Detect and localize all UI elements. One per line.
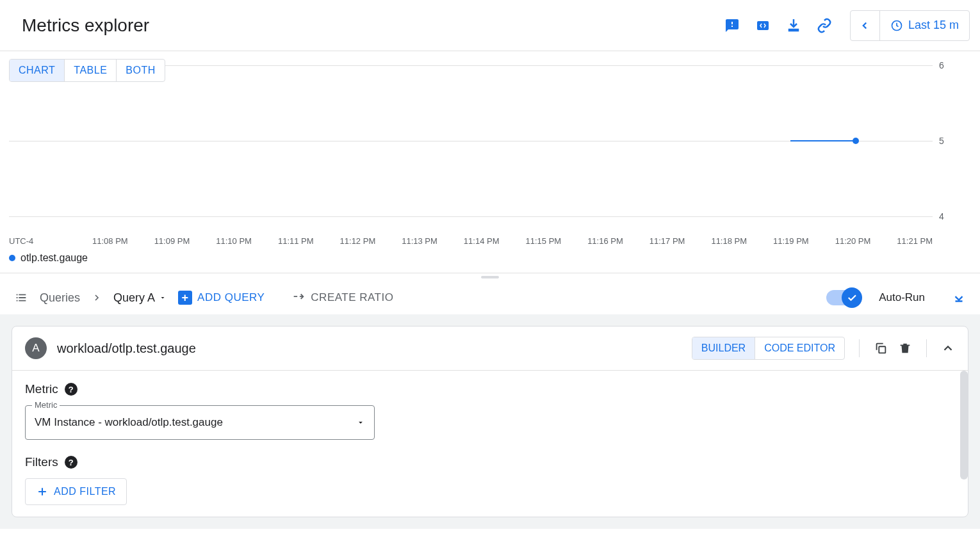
legend: otlp.test.gauge [9,252,971,264]
chart-line [790,140,856,141]
ratio-icon [291,291,306,305]
chart: 6 5 4 UTC-4 11:08 PM 11:09 PM 11:10 PM 1… [9,59,971,251]
y-tick: 5 [939,136,965,146]
x-tick: 11:09 PM [154,236,190,246]
dropdown-icon [159,294,167,302]
metric-value: VM Instance - workload/otlp.test.gauge [35,416,223,429]
header: Metrics explorer Last 15 m [0,0,980,51]
clock-icon [890,19,903,32]
trash-icon [898,341,912,355]
scrollbar-thumb[interactable] [960,371,968,480]
x-tick: 11:19 PM [773,236,809,246]
help-icon[interactable]: ? [65,383,78,396]
download-icon[interactable] [786,18,801,33]
query-mode-toggle: BUILDER CODE EDITOR [692,337,845,360]
collapse-all-button[interactable] [952,291,966,305]
x-tick: 11:21 PM [897,236,933,246]
y-tick: 6 [939,60,965,70]
copy-icon [874,341,888,355]
mode-builder-button[interactable]: BUILDER [692,337,755,359]
query-card-body: Metric ? Metric VM Instance - workload/o… [12,371,968,517]
x-tick: 11:17 PM [649,236,685,246]
queries-container: A workload/otlp.test.gauge BUILDER CODE … [0,314,980,529]
chart-point [853,138,859,144]
plus-icon [36,485,49,498]
time-range-button[interactable]: Last 15 m [880,19,969,32]
filters-section-text: Filters [25,455,58,469]
add-query-button[interactable]: + ADD QUERY [178,291,265,305]
legend-color-dot [9,255,15,261]
x-tick: 11:08 PM [92,236,128,246]
autorun-toggle[interactable] [826,290,860,305]
chart-plot[interactable]: 6 5 4 [9,59,933,233]
plus-icon: + [178,291,192,305]
y-tick: 4 [939,211,965,222]
x-tick: 11:14 PM [464,236,500,246]
collapse-query-button[interactable] [941,341,955,355]
tab-both[interactable]: BOTH [116,60,164,81]
mode-code-editor-button[interactable]: CODE EDITOR [755,337,844,359]
x-tick: 11:15 PM [525,236,561,246]
x-tick: 11:13 PM [402,236,437,246]
link-icon[interactable] [817,18,832,33]
x-tick: 11:11 PM [278,236,314,246]
add-query-label: ADD QUERY [197,291,265,304]
query-badge: A [25,337,47,359]
check-icon [846,292,858,303]
query-selector-label: Query A [113,291,155,305]
view-tabs: CHART TABLE BOTH [9,59,165,82]
query-selector[interactable]: Query A [113,291,167,305]
chevron-up-icon [941,341,955,355]
collapse-icon [952,291,966,305]
query-toolbar: Queries Query A + ADD QUERY CREATE RATIO… [0,281,980,314]
metric-select[interactable]: Metric VM Instance - workload/otlp.test.… [25,405,375,440]
autorun-label: Auto-Run [879,291,925,304]
time-range-picker: Last 15 m [850,10,970,41]
create-ratio-label: CREATE RATIO [311,291,393,304]
queries-label: Queries [40,291,80,305]
help-icon[interactable]: ? [65,456,78,469]
query-card-header: A workload/otlp.test.gauge BUILDER CODE … [12,326,968,371]
dropdown-icon [356,418,365,427]
metric-section-text: Metric [25,382,58,396]
feedback-icon[interactable] [724,18,740,33]
svg-rect-3 [879,346,885,353]
add-filter-button[interactable]: ADD FILTER [25,478,127,505]
time-prev-button[interactable] [851,11,880,40]
svg-rect-1 [789,29,798,31]
query-title: workload/otlp.test.gauge [57,341,682,356]
copy-query-button[interactable] [874,341,888,355]
add-filter-label: ADD FILTER [54,486,116,497]
x-tick: 11:18 PM [711,236,747,246]
filters-section-label: Filters ? [25,455,955,469]
tab-chart[interactable]: CHART [10,60,64,81]
page-title: Metrics explorer [22,15,149,36]
svg-rect-0 [757,21,769,30]
x-tick: 11:20 PM [835,236,871,246]
delete-query-button[interactable] [898,341,912,355]
tab-table[interactable]: TABLE [64,60,116,81]
time-range-label: Last 15 m [908,19,959,32]
toggle-knob [842,287,862,308]
list-icon [14,291,28,305]
metric-section-label: Metric ? [25,382,955,396]
metric-float-label: Metric [32,400,60,410]
x-tick: 11:16 PM [587,236,623,246]
drag-handle[interactable] [481,276,499,278]
chevron-right-icon [92,293,102,303]
legend-label: otlp.test.gauge [20,252,88,264]
x-tick: 11:10 PM [216,236,252,246]
code-icon[interactable] [755,18,771,33]
x-tick: 11:12 PM [340,236,376,246]
query-card: A workload/otlp.test.gauge BUILDER CODE … [12,326,968,517]
x-axis: 11:08 PM 11:09 PM 11:10 PM 11:11 PM 11:1… [9,236,933,246]
create-ratio-button[interactable]: CREATE RATIO [291,291,393,305]
